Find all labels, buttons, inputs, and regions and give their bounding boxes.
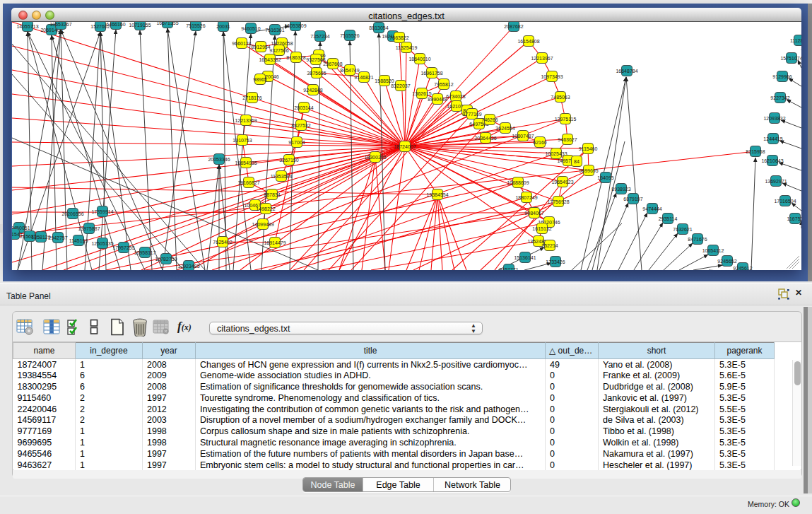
svg-text:15136141: 15136141 [514, 255, 536, 260]
svg-text:16648784: 16648784 [616, 69, 637, 74]
svg-text:9115460: 9115460 [579, 146, 598, 151]
svg-text:19166827: 19166827 [237, 180, 259, 185]
svg-text:1358129: 1358129 [31, 235, 50, 240]
svg-text:84: 84 [574, 159, 579, 164]
svg-text:9084067: 9084067 [524, 211, 543, 216]
svg-text:12213967: 12213967 [531, 56, 553, 61]
svg-text:18807249: 18807249 [515, 195, 537, 200]
svg-text:8215958: 8215958 [746, 149, 765, 154]
svg-text:15751074: 15751074 [780, 56, 801, 61]
svg-text:20053346: 20053346 [208, 157, 230, 162]
svg-text:12505135: 12505135 [91, 241, 113, 246]
svg-text:14055713: 14055713 [16, 24, 38, 29]
svg-text:9245652: 9245652 [717, 259, 736, 264]
svg-text:13975887: 13975887 [78, 226, 100, 231]
svg-text:11353584: 11353584 [271, 174, 293, 179]
svg-text:9242848: 9242848 [303, 88, 322, 93]
svg-text:1498222: 1498222 [256, 206, 275, 211]
svg-text:20031: 20031 [216, 24, 230, 29]
svg-text:1145193: 1145193 [69, 238, 88, 243]
svg-text:8322037: 8322037 [391, 83, 410, 88]
svg-text:16671355: 16671355 [156, 22, 178, 25]
svg-text:3624554: 3624554 [495, 126, 514, 131]
svg-text:252214: 252214 [541, 243, 558, 248]
svg-text:10688609: 10688609 [507, 180, 529, 185]
svg-text:1615132: 1615132 [532, 226, 551, 231]
svg-text:7485063: 7485063 [551, 95, 570, 100]
svg-text:10654112: 10654112 [702, 248, 724, 253]
svg-text:2718176: 2718176 [242, 95, 261, 100]
svg-text:12975115: 12975115 [555, 117, 577, 122]
svg-text:14099489: 14099489 [252, 222, 273, 227]
svg-text:7357234: 7357234 [310, 34, 329, 39]
svg-text:16154808: 16154808 [517, 39, 539, 44]
svg-text:8454749: 8454749 [340, 68, 359, 73]
svg-text:917004: 917004 [288, 140, 305, 145]
svg-text:2935114: 2935114 [659, 216, 678, 221]
svg-text:1112819: 1112819 [790, 38, 801, 43]
svg-text:1244415: 1244415 [763, 136, 782, 141]
svg-text:17016504: 17016504 [774, 199, 796, 204]
svg-text:746266: 746266 [481, 117, 498, 122]
svg-text:1010753: 1010753 [233, 138, 252, 143]
svg-text:16914479: 16914479 [264, 240, 286, 245]
svg-text:16961758: 16961758 [420, 71, 442, 76]
svg-text:2803144: 2803144 [294, 105, 313, 110]
svg-text:1733426: 1733426 [546, 259, 565, 264]
svg-text:6734028: 6734028 [446, 94, 465, 99]
svg-text:7955812: 7955812 [434, 82, 453, 87]
svg-text:164095: 164095 [597, 175, 613, 180]
svg-text:13692971: 13692971 [765, 179, 787, 184]
svg-text:12213369: 12213369 [235, 118, 257, 123]
svg-text:9777169: 9777169 [462, 112, 481, 117]
svg-text:2367608: 2367608 [323, 62, 342, 66]
svg-text:12093832: 12093832 [763, 116, 785, 121]
svg-text:16543382: 16543382 [259, 57, 281, 62]
svg-text:19654935: 19654935 [235, 160, 257, 165]
svg-text:8186328: 8186328 [286, 55, 305, 60]
svg-text:9699695: 9699695 [579, 168, 598, 173]
svg-text:7625402: 7625402 [213, 240, 232, 245]
svg-text:12923485: 12923485 [177, 264, 199, 269]
svg-text:9227342: 9227342 [770, 95, 789, 100]
svg-text:9245612: 9245612 [733, 266, 752, 271]
svg-text:19384554: 19384554 [426, 192, 448, 197]
svg-text:2087682: 2087682 [504, 24, 523, 29]
svg-text:17957255: 17957255 [112, 245, 134, 250]
svg-text:20206556: 20206556 [61, 211, 83, 216]
svg-text:62160: 62160 [533, 140, 547, 145]
svg-text:8938923: 8938923 [611, 187, 630, 192]
svg-text:7663822: 7663822 [389, 35, 408, 40]
svg-text:7515526: 7515526 [186, 23, 205, 28]
svg-text:7616361: 7616361 [265, 28, 284, 33]
svg-text:16782759: 16782759 [155, 257, 177, 262]
svg-text:3267150: 3267150 [279, 158, 298, 163]
svg-text:9463627: 9463627 [558, 137, 577, 142]
svg-text:8990448: 8990448 [428, 97, 447, 102]
svg-text:116753: 116753 [787, 216, 801, 221]
svg-text:6879197: 6879197 [623, 197, 642, 201]
svg-text:7632621: 7632621 [673, 227, 692, 232]
svg-text:10653267: 10653267 [49, 22, 71, 27]
svg-text:10807487: 10807487 [512, 134, 534, 139]
svg-text:20364436: 20364436 [474, 136, 496, 141]
svg-text:3875685: 3875685 [307, 71, 326, 76]
svg-text:17359914: 17359914 [91, 209, 113, 214]
svg-text:9457771: 9457771 [499, 267, 518, 271]
svg-text:2942757: 2942757 [48, 235, 67, 240]
svg-text:8427532: 8427532 [291, 123, 310, 128]
svg-text:18300295: 18300295 [364, 155, 386, 160]
svg-text:6466160: 6466160 [106, 22, 125, 27]
svg-text:1588520: 1588520 [375, 78, 394, 83]
svg-text:9660124: 9660124 [232, 41, 251, 46]
svg-text:9460510: 9460510 [241, 26, 260, 31]
svg-text:10958117: 10958117 [134, 250, 156, 255]
svg-text:8471676: 8471676 [688, 237, 707, 242]
svg-text:18640910: 18640910 [408, 57, 430, 62]
svg-text:9146821: 9146821 [354, 75, 373, 80]
svg-text:8813054: 8813054 [369, 25, 388, 30]
svg-text:10719155: 10719155 [129, 23, 151, 28]
svg-text:9129966: 9129966 [772, 74, 792, 79]
svg-text:8912954: 8912954 [251, 45, 270, 49]
svg-text:16053809: 16053809 [284, 23, 306, 28]
